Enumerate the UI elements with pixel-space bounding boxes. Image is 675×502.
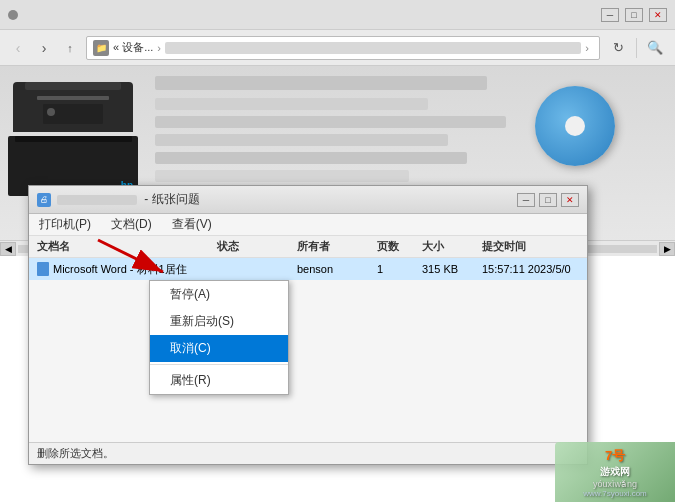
printer-top bbox=[13, 82, 133, 132]
forward-button[interactable]: › bbox=[34, 38, 54, 58]
search-button[interactable]: 🔍 bbox=[643, 36, 667, 60]
address-blurred bbox=[165, 42, 581, 54]
watermark: 7号 游戏网 yóuxìwǎng www.7syouxi.com bbox=[555, 442, 675, 502]
context-menu-cancel[interactable]: 取消(C) bbox=[150, 335, 288, 362]
refresh-button[interactable]: ↻ bbox=[606, 36, 630, 60]
col-header-status: 状态 bbox=[209, 239, 289, 254]
up-button[interactable]: ↑ bbox=[60, 38, 80, 58]
job-owner: benson bbox=[289, 263, 369, 275]
dialog-app-icon: 🖨 bbox=[37, 193, 51, 207]
menu-printer[interactable]: 打印机(P) bbox=[35, 214, 95, 235]
watermark-url: www.7syouxi.com bbox=[583, 489, 647, 498]
disc-center bbox=[565, 116, 585, 136]
dialog-close-button[interactable]: ✕ bbox=[561, 193, 579, 207]
word-file-icon bbox=[37, 262, 49, 276]
blue-disc-decoration bbox=[535, 86, 615, 166]
dialog-title-suffix: - 纸张问题 bbox=[144, 192, 199, 206]
dialog-title-left: 🖨 - 纸张问题 bbox=[37, 191, 200, 208]
maximize-button[interactable]: □ bbox=[625, 8, 643, 22]
minimize-button[interactable]: ─ bbox=[601, 8, 619, 22]
context-menu-properties[interactable]: 属性(R) bbox=[150, 367, 288, 394]
dialog-titlebar: 🖨 - 纸张问题 ─ □ ✕ bbox=[29, 186, 587, 214]
job-size: 315 KB bbox=[414, 263, 474, 275]
close-button[interactable]: ✕ bbox=[649, 8, 667, 22]
dialog-title-text: - 纸张问题 bbox=[57, 191, 200, 208]
context-menu: 暂停(A) 重新启动(S) 取消(C) 属性(R) bbox=[149, 280, 289, 395]
browser-navbar: ‹ › ↑ 📁 « 设备... › › ↻ 🔍 bbox=[0, 30, 675, 66]
status-text: 删除所选文档。 bbox=[37, 446, 114, 461]
print-dialog: 🖨 - 纸张问题 ─ □ ✕ 打印机(P) 文档(D) 查看(V) 文档名 状态… bbox=[28, 185, 588, 465]
watermark-domain: yóuxìwǎng bbox=[593, 479, 637, 489]
job-time: 15:57:11 2023/5/0 bbox=[474, 263, 587, 275]
job-filename: Microsoft Word - 材料1居住 bbox=[29, 262, 209, 277]
window-icon bbox=[8, 10, 18, 20]
separator bbox=[636, 38, 637, 58]
job-pages: 1 bbox=[369, 263, 414, 275]
context-menu-pause[interactable]: 暂停(A) bbox=[150, 281, 288, 308]
dialog-title-controls: ─ □ ✕ bbox=[517, 193, 579, 207]
col-header-size: 大小 bbox=[414, 239, 474, 254]
folder-icon: 📁 bbox=[93, 40, 109, 56]
dialog-maximize-button[interactable]: □ bbox=[539, 193, 557, 207]
browser-titlebar: ─ □ ✕ bbox=[0, 0, 675, 30]
col-header-time: 提交时间 bbox=[474, 239, 587, 254]
context-menu-separator bbox=[150, 364, 288, 365]
address-bar[interactable]: 📁 « 设备... › › bbox=[86, 36, 600, 60]
menu-document[interactable]: 文档(D) bbox=[107, 214, 156, 235]
back-button[interactable]: ‹ bbox=[8, 38, 28, 58]
dialog-statusbar: 删除所选文档。 bbox=[29, 442, 587, 464]
col-header-pages: 页数 bbox=[369, 239, 414, 254]
menu-view[interactable]: 查看(V) bbox=[168, 214, 216, 235]
blurred-text-area bbox=[155, 76, 545, 188]
scroll-left-button[interactable]: ◀ bbox=[0, 242, 16, 256]
context-menu-restart[interactable]: 重新启动(S) bbox=[150, 308, 288, 335]
dialog-minimize-button[interactable]: ─ bbox=[517, 193, 535, 207]
column-headers: 文档名 状态 所有者 页数 大小 提交时间 bbox=[29, 236, 587, 258]
watermark-brand: 7号 bbox=[605, 447, 625, 465]
print-job-row[interactable]: Microsoft Word - 材料1居住 benson 1 315 KB 1… bbox=[29, 258, 587, 280]
scroll-right-button[interactable]: ▶ bbox=[659, 242, 675, 256]
col-header-filename: 文档名 bbox=[29, 239, 209, 254]
dialog-menubar: 打印机(P) 文档(D) 查看(V) bbox=[29, 214, 587, 236]
address-prefix: « 设备... bbox=[113, 40, 153, 55]
printer-image: hp bbox=[8, 76, 138, 186]
watermark-title: 游戏网 bbox=[600, 465, 630, 479]
col-header-owner: 所有者 bbox=[289, 239, 369, 254]
